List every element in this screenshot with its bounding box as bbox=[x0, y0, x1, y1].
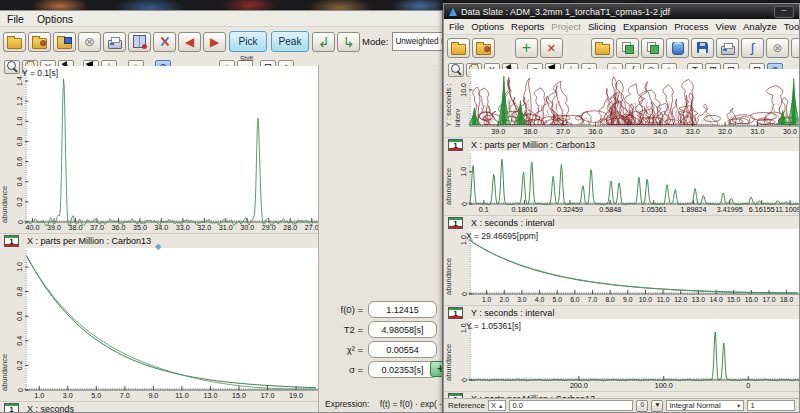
axis-number-badge[interactable]: 1 bbox=[448, 139, 463, 151]
t2-label: T2 = bbox=[327, 324, 363, 335]
axis-label-row: 1 X : seconds bbox=[0, 401, 322, 413]
left-spectrum-block: abundance Y = 0.1[s] 40.039.038.037.036.… bbox=[0, 66, 318, 233]
x-tick-label: 36.0 bbox=[588, 127, 602, 136]
close-button[interactable]: × bbox=[540, 38, 563, 58]
print-button[interactable] bbox=[716, 38, 739, 58]
abort-button[interactable]: ⊗ bbox=[766, 38, 789, 58]
menu-item-expansion[interactable]: Expansion bbox=[623, 21, 667, 32]
save-button[interactable] bbox=[691, 38, 714, 58]
axis-number-badge[interactable]: 1 bbox=[4, 403, 19, 413]
menu-item-slicing[interactable]: Slicing bbox=[588, 21, 616, 32]
t2-decay-plot[interactable]: 1.03.05.07.09.011.013.015.017.019.000.20… bbox=[12, 248, 318, 401]
minimize-button[interactable]: ─ bbox=[774, 6, 794, 18]
duplicate-button[interactable] bbox=[641, 38, 664, 58]
slice-annotation: Y = 1.05361[s] bbox=[466, 321, 521, 331]
splitter-handle[interactable]: ◆ bbox=[155, 242, 161, 251]
open-folder-button[interactable] bbox=[3, 32, 26, 52]
x-tick-label: 18.0 bbox=[780, 296, 793, 303]
y-tick-label: 1.0 bbox=[461, 167, 468, 177]
grid-view-button[interactable] bbox=[128, 32, 151, 52]
y-tick-label: 0 bbox=[461, 202, 468, 206]
add-button[interactable]: + bbox=[515, 38, 538, 58]
left-decay-block: abundance 1.03.05.07.09.011.013.015.017.… bbox=[0, 248, 318, 401]
x-tick-label: 10.0 bbox=[639, 296, 652, 303]
printer-icon bbox=[108, 40, 122, 49]
x-tick-label: 19.0 bbox=[289, 391, 303, 400]
interval-spectrum-plot[interactable]: 0.10.180160.324590.58481.053611.898243.4… bbox=[456, 151, 800, 215]
phase-button[interactable]: ʃ bbox=[741, 38, 764, 58]
reference-drop-button[interactable]: ▼ bbox=[651, 400, 663, 412]
mode-select[interactable]: Unweighted Linear Spin Lock bbox=[392, 32, 443, 51]
x-tick-label: 7.0 bbox=[588, 296, 598, 303]
menu-item-view[interactable]: View bbox=[716, 21, 736, 32]
peak-button[interactable]: Peak bbox=[271, 31, 309, 52]
expression-label: Expression: bbox=[325, 399, 369, 409]
forward-button[interactable]: ▶ bbox=[203, 32, 226, 52]
x-tick-label: 8.0 bbox=[605, 296, 615, 303]
axis-number-badge[interactable]: 1 bbox=[448, 217, 463, 229]
integral-mode-select[interactable]: Integral Normal▼ bbox=[666, 400, 744, 411]
tail-field[interactable]: 1 bbox=[747, 400, 795, 411]
menu-item-analyze[interactable]: Analyze bbox=[743, 21, 777, 32]
sigma-label: σ = bbox=[327, 364, 363, 375]
titlebar[interactable]: Data Slate : ADM_3.2mm 1_torchaT1_cpmas-… bbox=[444, 4, 799, 19]
forward-icon: ▶ bbox=[210, 36, 219, 48]
contour-block: Y : seconds : interv 39.038.037.036.035.… bbox=[444, 69, 800, 137]
folder-icon bbox=[451, 44, 466, 55]
x-tick-label: 40.0 bbox=[26, 223, 40, 232]
menu-item-process[interactable]: Process bbox=[674, 21, 708, 32]
open-project-button[interactable] bbox=[53, 32, 76, 52]
contour-plot[interactable]: 39.038.037.036.035.034.033.032.031.030.0… bbox=[456, 69, 800, 137]
cut-button[interactable] bbox=[153, 32, 176, 52]
open-file-button[interactable] bbox=[591, 38, 614, 58]
menu-item-options[interactable]: Options bbox=[37, 13, 73, 25]
y-axis-label: abundance bbox=[0, 248, 9, 391]
x-tick-label: 200.0 bbox=[570, 381, 588, 390]
menu-item-file[interactable]: File bbox=[7, 13, 24, 25]
open-data-button[interactable] bbox=[28, 32, 51, 52]
menu-item-reports[interactable]: Reports bbox=[511, 21, 544, 32]
y-tick-label: 0.4 bbox=[17, 177, 24, 187]
open-folder-button[interactable] bbox=[447, 38, 470, 58]
chi2-field[interactable]: 0.00554 bbox=[368, 341, 437, 358]
y-tick-label: 1.0 bbox=[17, 116, 24, 126]
print-button[interactable] bbox=[103, 32, 126, 52]
x-tick-label: 15.0 bbox=[727, 296, 740, 303]
delete-button[interactable] bbox=[666, 38, 689, 58]
copy-button[interactable] bbox=[616, 38, 639, 58]
integrate-button[interactable]: ∫ bbox=[791, 38, 800, 58]
menu-item-tools[interactable]: Tools bbox=[784, 21, 800, 32]
reference-axis-select[interactable]: X▲ bbox=[488, 400, 506, 411]
x-tick-label: 33.0 bbox=[686, 127, 700, 136]
f0-field[interactable]: 1.12415 bbox=[368, 301, 437, 318]
axis-number-badge[interactable]: 1 bbox=[4, 235, 19, 247]
axis-number-badge[interactable]: 1 bbox=[448, 307, 463, 319]
import-curve-button[interactable]: ↲ bbox=[312, 32, 335, 52]
y-axis-label: abundance bbox=[444, 319, 453, 381]
reference-value-field[interactable]: 0.0 bbox=[509, 400, 633, 411]
open-data-button[interactable] bbox=[472, 38, 495, 58]
menu-item-file[interactable]: File bbox=[449, 21, 464, 32]
reference-zero-button[interactable]: 0 bbox=[636, 400, 648, 412]
x-tick-label: 34.0 bbox=[653, 127, 667, 136]
x-tick-label: 7.0 bbox=[120, 391, 130, 400]
export-curve-button[interactable]: ↳ bbox=[337, 32, 360, 52]
x-tick-label: 32.0 bbox=[718, 127, 732, 136]
x-tick-label: 1.89824 bbox=[680, 205, 706, 214]
y-axis-label: abundance bbox=[444, 229, 453, 295]
cutter-icon bbox=[159, 36, 171, 48]
carbon13-spectrum-plot[interactable]: 40.039.038.037.036.035.034.033.032.031.0… bbox=[12, 66, 318, 233]
t2-field[interactable]: 4.98058[s] bbox=[368, 321, 437, 338]
back-button[interactable]: ◀ bbox=[178, 32, 201, 52]
add-fit-button[interactable]: + bbox=[430, 361, 443, 377]
menu-item-options[interactable]: Options bbox=[471, 21, 504, 32]
folder-icon bbox=[7, 38, 22, 49]
y-tick-label: 0 bbox=[17, 388, 24, 392]
x-tick-label: 32.0 bbox=[197, 223, 211, 232]
pick-button[interactable]: Pick bbox=[229, 31, 267, 52]
x-tick-label: 12.0 bbox=[674, 296, 687, 303]
trace-annotation: Y = 0.1[s] bbox=[22, 68, 58, 78]
abort-button[interactable]: ⊗ bbox=[78, 32, 101, 52]
x-tick-label: 17.0 bbox=[762, 296, 775, 303]
sigma-field[interactable]: 0.02353[s] bbox=[368, 361, 437, 378]
